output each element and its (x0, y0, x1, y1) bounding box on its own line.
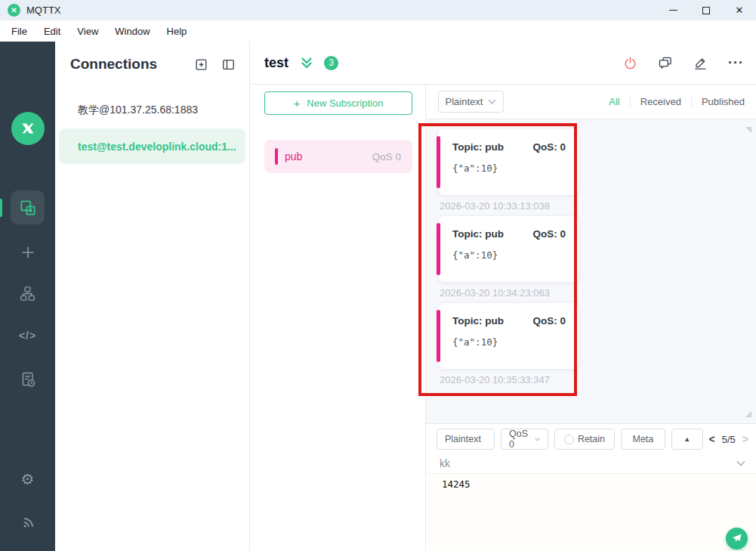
connections-icon (18, 198, 38, 218)
mqttx-logo (0, 112, 55, 145)
connections-panel: Connections 教学@101.37.25.68:1883 test@te… (55, 42, 250, 551)
message-card: Topic: pub QoS: 0 {"a":10} (438, 303, 579, 369)
panel-layout-icon (221, 57, 236, 72)
message-timestamp: 2026-03-20 10:33:13:038 (440, 200, 756, 212)
send-button[interactable] (726, 528, 748, 549)
menu-view[interactable]: View (69, 20, 106, 42)
collapse-connection-button[interactable] (299, 55, 314, 71)
rail-script-button[interactable]: </> (0, 330, 55, 342)
chat-bubbles-icon (658, 55, 673, 70)
previous-page-button[interactable]: < (709, 433, 715, 445)
menu-window[interactable]: Window (106, 20, 158, 42)
message-timestamp: 2026-03-20 10:35:33:347 (440, 374, 756, 385)
broker-signal-icon (20, 515, 36, 531)
collapse-panel-button[interactable] (221, 57, 236, 72)
meta-button[interactable]: Meta (621, 429, 665, 450)
payload-editor[interactable]: 14245 (426, 474, 756, 551)
rail-connections-button[interactable] (11, 190, 45, 224)
chevron-down-icon (535, 437, 540, 442)
topology-icon (19, 285, 36, 302)
disconnect-button[interactable] (623, 56, 637, 70)
message-card: Topic: pub QoS: 0 {"a":10} (438, 216, 579, 282)
scroll-to-bottom-indicator[interactable] (745, 411, 751, 417)
minimize-icon (669, 10, 677, 11)
double-chevron-down-icon (299, 55, 314, 71)
rail-broker-button[interactable] (0, 515, 55, 531)
message-payload: {"a":10} (452, 249, 569, 261)
close-button[interactable]: ✕ (723, 0, 756, 20)
topic-history-button[interactable] (736, 460, 745, 467)
page-indicator: 5/5 (722, 434, 736, 445)
collapse-publish-button[interactable]: ▲ (671, 429, 703, 450)
message-color-bar (437, 310, 440, 362)
message-topic: Topic: pub (452, 141, 504, 153)
page-title: test (264, 55, 289, 71)
publish-panel: Plaintext QoS 0 Retain Meta ▲ < 5/5 > (426, 423, 756, 551)
log-icon (19, 370, 37, 388)
subscriptions-panel: + New Subscription pub QoS 0 (250, 85, 426, 551)
titlebar: ✕ MQTTX ✕ (0, 0, 756, 20)
main-header: test 3 ··· (250, 42, 756, 85)
message-topic: Topic: pub (452, 228, 504, 240)
qos-value: QoS 0 (509, 429, 531, 450)
edit-connection-button[interactable] (693, 56, 708, 70)
rail-settings-button[interactable]: ⚙ (0, 472, 55, 487)
new-subscription-button[interactable]: + New Subscription (264, 91, 412, 115)
topic-input[interactable] (440, 457, 711, 469)
tab-published[interactable]: Published (692, 96, 754, 107)
chevron-down-icon (488, 99, 496, 105)
chevron-down-icon (485, 437, 486, 442)
rail-topology-button[interactable] (0, 285, 55, 302)
message-history-button[interactable] (658, 55, 673, 70)
left-rail: </> ⚙ (0, 42, 55, 551)
triangle-up-icon: ▲ (683, 435, 690, 443)
maximize-button[interactable] (690, 0, 723, 20)
topic-input-row (426, 453, 756, 474)
subscription-item[interactable]: pub QoS 0 (264, 140, 412, 173)
radio-circle-icon (564, 435, 574, 444)
qos-select[interactable]: QoS 0 (501, 429, 548, 450)
menu-edit[interactable]: Edit (35, 20, 69, 42)
menu-help[interactable]: Help (159, 20, 196, 42)
retain-toggle[interactable]: Retain (554, 429, 615, 450)
menu-file[interactable]: File (3, 20, 35, 42)
message-card: Topic: pub QoS: 0 {"a":10} (438, 129, 579, 195)
chevron-down-icon (736, 460, 745, 467)
scroll-to-top-indicator[interactable] (745, 127, 751, 133)
app-title: MQTTX (26, 5, 61, 16)
code-icon: </> (19, 330, 36, 342)
payload-format-select[interactable]: Plaintext (437, 429, 495, 450)
message-format-value: Plaintext (446, 96, 483, 107)
send-paper-plane-icon (731, 533, 742, 544)
message-topic: Topic: pub (452, 315, 504, 327)
plus-icon (20, 244, 36, 261)
tab-all[interactable]: All (599, 96, 629, 107)
message-filter-tabs: All Received Published (599, 96, 754, 107)
new-window-icon (194, 57, 208, 72)
rail-new-connection-button[interactable] (0, 244, 55, 261)
unread-badge: 3 (324, 56, 338, 70)
message-timestamp: 2026-03-20 10:34:23:063 (440, 287, 756, 299)
meta-label: Meta (633, 434, 654, 444)
next-page-button[interactable]: > (742, 433, 748, 445)
publish-toolbar: Plaintext QoS 0 Retain Meta ▲ < 5/5 > (426, 424, 756, 450)
active-rail-indicator (0, 199, 2, 217)
tab-received[interactable]: Received (631, 96, 691, 107)
new-window-button[interactable] (194, 57, 208, 72)
more-options-button[interactable]: ··· (728, 59, 744, 67)
message-payload: {"a":10} (452, 163, 569, 174)
new-subscription-label: New Subscription (307, 98, 383, 109)
gear-icon: ⚙ (21, 472, 35, 487)
close-icon: ✕ (736, 5, 744, 16)
message-format-select[interactable]: Plaintext (438, 91, 504, 113)
subscription-color-bar (275, 148, 278, 165)
connection-item-selected[interactable]: test@test.developlink.cloud:1... (59, 128, 245, 164)
payload-format-value: Plaintext (445, 434, 481, 444)
message-list: Topic: pub QoS: 0 {"a":10} 2026-03-20 10… (426, 119, 756, 423)
connection-item[interactable]: 教学@101.37.25.68:1883 (55, 94, 249, 127)
retain-label: Retain (578, 434, 605, 444)
mqttx-logo-icon: ✕ (8, 4, 20, 17)
power-icon (623, 56, 637, 70)
rail-log-button[interactable] (0, 370, 55, 388)
minimize-button[interactable] (656, 0, 690, 20)
